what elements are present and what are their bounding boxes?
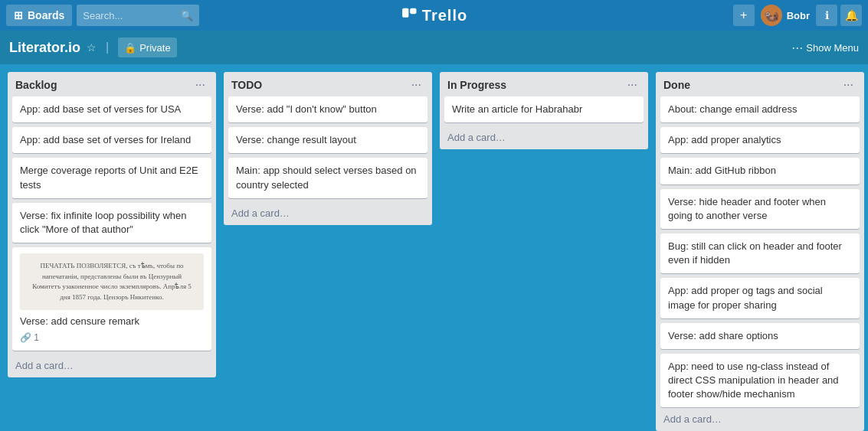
list-header-done: Done···: [656, 72, 864, 96]
trello-logo-icon: [401, 7, 418, 24]
add-button[interactable]: +: [733, 5, 755, 26]
show-menu-area[interactable]: ··· Show Menu: [791, 40, 859, 56]
visibility-button[interactable]: 🔒 Private: [118, 38, 176, 57]
card-text-backlog-4: Verse: add censure remark: [20, 315, 139, 327]
search-container: 🔍: [77, 5, 199, 26]
list-done: Done···About: change email addressApp: a…: [656, 72, 864, 431]
boards-label: Boards: [28, 9, 64, 21]
card-done-6[interactable]: Verse: add share options: [660, 323, 860, 349]
card-text-done-7: App: need to use ng-class instead of dir…: [668, 361, 839, 400]
card-image-backlog-4: ПЕЧАТАТЬ ПОЗВОЛЯЕТСЯ, съ тѣмъ, чтобы по …: [20, 253, 204, 310]
card-text-todo-1: Verse: change result layout: [236, 134, 356, 145]
card-done-2[interactable]: Main: add GitHub ribbon: [660, 158, 860, 184]
card-done-5[interactable]: App: add proper og tags and social image…: [660, 278, 860, 318]
user-menu-button[interactable]: 🦦 Bobr: [758, 5, 813, 26]
list-cards-todo: Verse: add "I don't know" buttonVerse: c…: [224, 96, 432, 203]
boards-button[interactable]: ⊞ Boards: [6, 5, 72, 26]
list-cards-backlog: App: add base set of verses for USAApp: …: [8, 96, 216, 355]
list-title-todo: TODO: [231, 79, 262, 91]
card-todo-2[interactable]: Main: app should select verses based on …: [228, 158, 427, 198]
card-text-backlog-1: App: add base set of verses for Ireland: [20, 134, 191, 145]
list-backlog: Backlog···App: add base set of verses fo…: [8, 72, 216, 377]
dots-icon: ···: [791, 40, 803, 56]
svg-rect-1: [410, 8, 416, 14]
info-button[interactable]: ℹ: [816, 5, 837, 26]
board-title[interactable]: Literator.io: [9, 40, 80, 56]
avatar: 🦦: [761, 5, 782, 26]
trello-grid-icon: ⊞: [14, 9, 23, 21]
show-menu-label: Show Menu: [806, 42, 859, 54]
trello-wordmark: Trello: [422, 7, 467, 24]
list-title-done: Done: [663, 79, 690, 91]
card-meta-backlog-4: 🔗 1: [20, 331, 204, 344]
lock-icon: 🔒: [124, 42, 136, 54]
list-in-progress: In Progress···Write an article for Habra…: [440, 72, 648, 149]
add-card-button-done[interactable]: Add a card…: [656, 409, 864, 431]
list-todo: TODO···Verse: add "I don't know" buttonV…: [224, 72, 432, 225]
list-header-backlog: Backlog···: [8, 72, 216, 96]
card-text-backlog-0: App: add base set of verses for USA: [20, 103, 181, 115]
username-label: Bobr: [787, 10, 810, 21]
card-text-todo-2: Main: app should select verses based on …: [236, 165, 417, 190]
visibility-label: Private: [139, 42, 170, 54]
card-text-done-1: App: add proper analytics: [668, 134, 781, 145]
nav-right: + 🦦 Bobr ℹ 🔔: [733, 5, 862, 26]
card-done-4[interactable]: Bug: still can click on header and foote…: [660, 233, 860, 273]
star-icon[interactable]: ☆: [87, 41, 97, 54]
card-text-done-0: About: change email address: [668, 103, 797, 115]
card-text-done-2: Main: add GitHub ribbon: [668, 165, 776, 176]
ellipsis-icon: ···: [627, 78, 637, 91]
card-text-backlog-2: Merge coverage reports of Unit and E2E t…: [20, 165, 198, 190]
list-title-in-progress: In Progress: [447, 79, 506, 91]
card-backlog-2[interactable]: Merge coverage reports of Unit and E2E t…: [12, 158, 211, 198]
bell-icon: 🔔: [845, 9, 858, 21]
card-backlog-4[interactable]: ПЕЧАТАТЬ ПОЗВОЛЯЕТСЯ, съ тѣмъ, чтобы по …: [12, 247, 211, 351]
list-menu-button-in-progress[interactable]: ···: [624, 78, 640, 92]
add-card-button-todo[interactable]: Add a card…: [224, 203, 432, 225]
card-text-done-4: Bug: still can click on header and foote…: [668, 240, 842, 266]
list-menu-button-done[interactable]: ···: [840, 78, 857, 92]
add-card-button-backlog[interactable]: Add a card…: [8, 355, 216, 377]
card-todo-0[interactable]: Verse: add "I don't know" button: [228, 96, 427, 122]
ellipsis-icon: ···: [411, 78, 421, 91]
divider: |: [106, 41, 109, 54]
list-header-in-progress: In Progress···: [440, 72, 648, 96]
card-todo-1[interactable]: Verse: change result layout: [228, 127, 427, 153]
list-header-todo: TODO···: [224, 72, 432, 96]
notifications-button[interactable]: 🔔: [840, 5, 862, 26]
search-icon: 🔍: [181, 10, 193, 21]
list-menu-button-backlog[interactable]: ···: [192, 78, 208, 92]
card-text-done-5: App: add proper og tags and social image…: [668, 285, 823, 310]
add-card-button-in-progress[interactable]: Add a card…: [440, 127, 648, 149]
card-backlog-1[interactable]: App: add base set of verses for Ireland: [12, 127, 211, 153]
card-text-done-3: Verse: hide header and footer when going…: [668, 196, 826, 221]
board-header: Literator.io ☆ | 🔒 Private ··· Show Menu: [0, 31, 868, 64]
card-backlog-3[interactable]: Verse: fix infinite loop possibility whe…: [12, 203, 211, 243]
svg-rect-0: [402, 8, 408, 18]
ellipsis-icon: ···: [195, 78, 205, 91]
card-text-in-progress-0: Write an article for Habrahabr: [452, 103, 582, 115]
card-text-done-6: Verse: add share options: [668, 330, 778, 341]
card-in-progress-0[interactable]: Write an article for Habrahabr: [444, 96, 644, 122]
list-menu-button-todo[interactable]: ···: [408, 78, 424, 92]
card-text-backlog-3: Verse: fix infinite loop possibility whe…: [20, 210, 187, 235]
info-icon: ℹ: [825, 9, 829, 21]
board-content: Backlog···App: add base set of verses fo…: [0, 64, 868, 431]
card-done-1[interactable]: App: add proper analytics: [660, 127, 860, 153]
card-done-3[interactable]: Verse: hide header and footer when going…: [660, 189, 860, 229]
card-backlog-0[interactable]: App: add base set of verses for USA: [12, 96, 211, 122]
list-title-backlog: Backlog: [15, 79, 57, 91]
ellipsis-icon: ···: [843, 78, 853, 91]
plus-icon: +: [740, 8, 747, 22]
card-done-7[interactable]: App: need to use ng-class instead of dir…: [660, 354, 860, 408]
trello-logo: Trello: [401, 7, 467, 24]
card-text-todo-0: Verse: add "I don't know" button: [236, 103, 377, 115]
list-cards-in-progress: Write an article for Habrahabr: [440, 96, 648, 127]
card-done-0[interactable]: About: change email address: [660, 96, 860, 122]
list-cards-done: About: change email addressApp: add prop…: [656, 96, 864, 409]
